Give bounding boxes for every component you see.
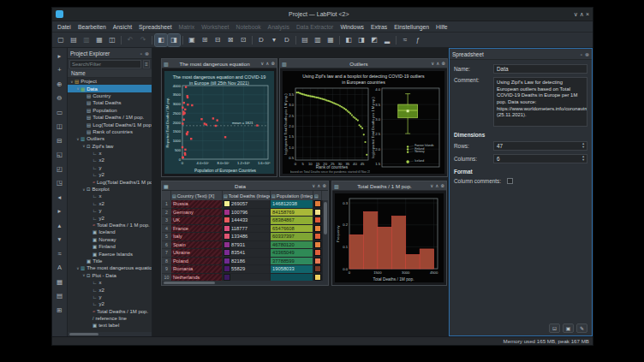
title-bar[interactable]: Project — LabPlot <2> ∨∧× xyxy=(52,8,593,21)
total-deaths-cell[interactable]: 55829 xyxy=(223,265,271,274)
population-cell[interactable] xyxy=(271,274,313,282)
add-curve-icon[interactable]: ≈ xyxy=(399,34,411,46)
shade-icon[interactable]: ∨ xyxy=(312,183,315,188)
select-tool-icon[interactable]: ▸ xyxy=(54,50,65,61)
population-cell[interactable]: 65476608 xyxy=(271,225,313,234)
total-deaths-cell[interactable]: 144433 xyxy=(223,217,271,225)
country-cell[interactable]: Germany xyxy=(171,209,223,217)
add-curve-tool-icon[interactable]: ≈ xyxy=(54,248,65,258)
fullscreen-toggle-icon[interactable]: ◧ xyxy=(155,34,167,46)
export-icon[interactable]: ◫ xyxy=(106,34,118,46)
float-icon[interactable]: ▫ xyxy=(140,51,142,56)
zoom-in-icon[interactable]: ⊕ xyxy=(54,79,65,89)
spin-arrows-icon[interactable]: ▲▼ xyxy=(581,156,585,162)
new-worksheet-icon[interactable]: ▣ xyxy=(186,34,198,46)
zoom-y-icon[interactable]: ⊟ xyxy=(54,135,65,145)
tree-item-faeroe-islands[interactable]: ▣Faeroe Islands xyxy=(68,250,152,257)
new-matrix-icon[interactable]: ⊟ xyxy=(212,34,224,46)
column-values-icon[interactable]: ◧ xyxy=(343,34,355,46)
dock-header[interactable]: Spreadsheet ▫⊗ xyxy=(450,49,592,60)
worksheet-window-outliers[interactable]: ▥ Outliers ∨∧⊗ Using Zipf's law and a bo… xyxy=(279,58,448,177)
population-cell[interactable]: 60337397 xyxy=(271,233,313,241)
population-cell[interactable]: 19058033 xyxy=(271,265,313,274)
tree-item-y2[interactable]: ∟y2 xyxy=(68,300,152,307)
tree-item-boxplot[interactable]: ∨⊡Boxplot xyxy=(68,186,152,193)
view-worksheet-icon[interactable]: ▦ xyxy=(325,34,337,46)
column-comments-checkbox[interactable] xyxy=(507,178,513,184)
menu-spreadsheet[interactable]: Spreadsheet xyxy=(135,24,176,30)
restore-icon[interactable]: ∧ xyxy=(435,183,438,188)
shade-icon[interactable]: ∨ xyxy=(431,61,434,66)
add-legend-icon[interactable]: ▤ xyxy=(54,291,65,301)
tree-item-y[interactable]: ∟y xyxy=(68,294,152,300)
open-project-icon[interactable]: ▤ xyxy=(68,34,80,46)
restore-icon[interactable]: ∧ xyxy=(436,61,439,66)
float-icon[interactable]: ▫ xyxy=(581,52,582,57)
menu-bearbeiten[interactable]: Bearbeiten xyxy=(75,24,110,30)
worksheet-window-equation[interactable]: ▥ The most dangerous equation ∨∧⊗ The mo… xyxy=(161,58,277,177)
country-cell[interactable]: France xyxy=(171,225,223,234)
tree-item-total-deaths[interactable]: ▤Total Deaths xyxy=(68,99,152,106)
tree-item-norway[interactable]: ▣Norway xyxy=(68,236,152,243)
tree-item-y[interactable]: ∟y xyxy=(68,164,152,171)
close-icon[interactable]: ⊗ xyxy=(585,52,589,57)
tree-item-project[interactable]: ∨▤Project xyxy=(68,78,152,85)
per-million-cell[interactable] xyxy=(313,249,322,258)
total-deaths-cell[interactable]: 87931 xyxy=(223,241,271,250)
close-icon[interactable]: ⊗ xyxy=(271,61,275,66)
column-header-1[interactable]: ▤Country (Text) [X] xyxy=(171,191,223,200)
tree-item-finland[interactable]: ▣Finland xyxy=(68,243,152,250)
per-million-cell[interactable] xyxy=(313,217,322,225)
tree-item-x2[interactable]: ∟x2 xyxy=(68,200,152,207)
subwindow-titlebar[interactable]: ▥ The most dangerous equation ∨∧⊗ xyxy=(162,59,277,68)
population-cell[interactable]: 43365049 xyxy=(271,249,313,258)
close-icon[interactable]: × xyxy=(586,11,589,17)
column-header-0[interactable] xyxy=(162,191,171,200)
new-project-icon[interactable]: ▢ xyxy=(55,34,67,46)
new-notebook-icon[interactable]: ⊠ xyxy=(224,34,236,46)
minimize-icon[interactable]: ∨ xyxy=(574,11,578,17)
presenter-toggle-icon[interactable]: ◨ xyxy=(168,34,180,46)
country-cell[interactable]: UK xyxy=(171,217,223,225)
save-template-icon[interactable]: ▣ xyxy=(563,323,574,333)
per-million-cell[interactable] xyxy=(313,233,322,241)
tree-item-log-total-deaths-1-m-pop[interactable]: ≈Log(Total Deaths/1 M pop.) xyxy=(68,178,152,185)
add-text-label-icon[interactable]: A xyxy=(54,263,65,273)
template-icon[interactable]: ⊡ xyxy=(549,323,560,333)
menu-ansicht[interactable]: Ansicht xyxy=(110,24,135,30)
menu-extras[interactable]: Extras xyxy=(367,24,391,30)
tree-item-total-deaths-1-m-pop[interactable]: ≈Total Deaths / 1 M pop. xyxy=(68,222,152,228)
auto-scale-y-icon[interactable]: ◳ xyxy=(54,178,65,188)
total-deaths-cell[interactable] xyxy=(223,274,271,282)
per-million-cell[interactable] xyxy=(313,200,322,209)
tree-item-title[interactable]: ▣Title xyxy=(68,258,152,264)
column-function-icon[interactable]: ◨ xyxy=(355,34,367,46)
spin-arrows-icon[interactable]: ▲▼ xyxy=(581,143,585,149)
spreadsheet-horizontal-scrollbar[interactable] xyxy=(162,281,328,285)
population-cell[interactable]: 146812038 xyxy=(271,200,313,209)
grid-icon[interactable]: ⊞ xyxy=(54,305,65,315)
subwindow-titlebar[interactable]: ▥ Outliers ∨∧⊗ xyxy=(280,59,447,68)
tree-item-x[interactable]: ∟x xyxy=(68,193,152,199)
view-matrix-icon[interactable]: ▥ xyxy=(312,34,324,46)
tree-item-x[interactable]: ∟x xyxy=(68,150,152,157)
per-million-cell[interactable] xyxy=(313,274,322,282)
subwindow-titlebar[interactable]: ▦ Data ∨∧⊗ xyxy=(162,181,328,191)
worksheet-window-histogram[interactable]: ▥ Total Deaths / 1 M pop. ∨∧⊗ 0.00.10.20… xyxy=(331,181,447,286)
shade-icon[interactable]: ∨ xyxy=(430,183,433,188)
shift-left-icon[interactable]: ◂ xyxy=(54,192,65,202)
total-deaths-cell[interactable]: 83541 xyxy=(223,249,271,258)
country-cell[interactable]: Spain xyxy=(171,241,223,250)
tree-item-data[interactable]: ∨▦Data xyxy=(68,85,152,92)
total-deaths-cell[interactable]: 100796 xyxy=(223,209,271,217)
menu-einstellungen[interactable]: Einstellungen xyxy=(391,24,432,30)
tree-item-outliers[interactable]: ∨▥Outliers xyxy=(68,135,152,142)
spreadsheet-window-data[interactable]: ▦ Data ∨∧⊗ ▤Country (Text) [X]▤Total Dea… xyxy=(161,181,329,286)
search-input[interactable] xyxy=(69,60,141,68)
population-cell[interactable]: 46780120 xyxy=(271,241,313,250)
column-header-4[interactable]: ▤ xyxy=(313,191,322,200)
per-million-cell[interactable] xyxy=(313,209,322,217)
zoom-x-icon[interactable]: ◫ xyxy=(54,122,65,132)
tree-item-x2[interactable]: ∟x2 xyxy=(68,157,152,163)
data-source-icon[interactable]: D xyxy=(255,34,267,46)
